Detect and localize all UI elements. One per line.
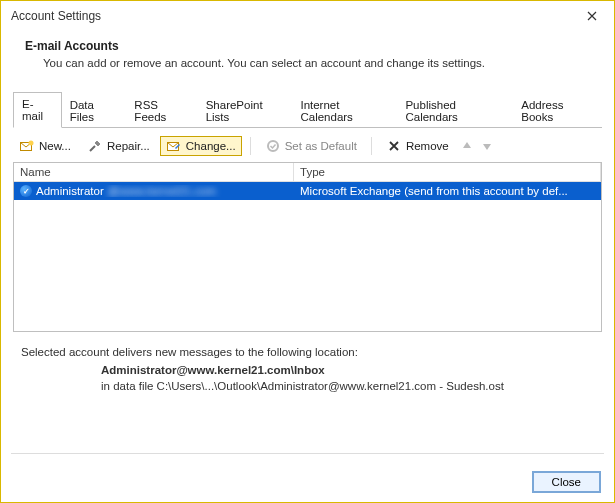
repair-label: Repair... bbox=[107, 140, 150, 152]
bottom-bar: Close bbox=[533, 472, 600, 492]
close-icon bbox=[587, 11, 597, 21]
account-name-redacted: @www.kernel21.com bbox=[108, 185, 216, 197]
window-close-button[interactable] bbox=[578, 5, 606, 27]
delivery-info: Selected account delivers new messages t… bbox=[21, 346, 594, 392]
account-name-visible: Administrator bbox=[36, 185, 104, 197]
header-heading: E-mail Accounts bbox=[25, 39, 590, 53]
set-default-icon bbox=[265, 138, 281, 154]
table-row[interactable]: ✓ Administrator@www.kernel21.com Microso… bbox=[14, 182, 601, 200]
move-up-button[interactable] bbox=[459, 138, 475, 154]
svg-point-3 bbox=[268, 141, 278, 151]
tab-data-files[interactable]: Data Files bbox=[62, 94, 127, 128]
tab-sharepoint-lists[interactable]: SharePoint Lists bbox=[198, 94, 293, 128]
tab-rss-feeds[interactable]: RSS Feeds bbox=[126, 94, 197, 128]
remove-button[interactable]: Remove bbox=[380, 136, 455, 156]
tabstrip: E-mail Data Files RSS Feeds SharePoint L… bbox=[13, 91, 602, 128]
cell-type: Microsoft Exchange (send from this accou… bbox=[294, 185, 601, 197]
new-button[interactable]: New... bbox=[13, 136, 77, 156]
new-icon bbox=[19, 138, 35, 154]
repair-icon bbox=[87, 138, 103, 154]
horizontal-rule bbox=[11, 453, 604, 454]
remove-label: Remove bbox=[406, 140, 449, 152]
header: E-mail Accounts You can add or remove an… bbox=[1, 31, 614, 83]
separator bbox=[371, 137, 372, 155]
tab-published-calendars[interactable]: Published Calendars bbox=[397, 94, 513, 128]
delivery-info-location: Administrator@www.kernel21.com\Inbox bbox=[101, 364, 594, 376]
repair-button[interactable]: Repair... bbox=[81, 136, 156, 156]
tab-internet-calendars[interactable]: Internet Calendars bbox=[292, 94, 397, 128]
cell-name: ✓ Administrator@www.kernel21.com bbox=[14, 185, 294, 197]
table-header: Name Type bbox=[14, 163, 601, 182]
arrow-up-icon bbox=[462, 141, 472, 151]
change-button[interactable]: Change... bbox=[160, 136, 242, 156]
accounts-table: Name Type ✓ Administrator@www.kernel21.c… bbox=[13, 162, 602, 332]
titlebar: Account Settings bbox=[1, 1, 614, 31]
col-header-type[interactable]: Type bbox=[294, 163, 601, 181]
set-default-button[interactable]: Set as Default bbox=[259, 136, 363, 156]
change-icon bbox=[166, 138, 182, 154]
default-account-icon: ✓ bbox=[20, 185, 32, 197]
tab-email[interactable]: E-mail bbox=[13, 92, 62, 128]
new-label: New... bbox=[39, 140, 71, 152]
arrow-down-icon bbox=[482, 141, 492, 151]
col-header-name[interactable]: Name bbox=[14, 163, 294, 181]
separator bbox=[250, 137, 251, 155]
set-default-label: Set as Default bbox=[285, 140, 357, 152]
change-label: Change... bbox=[186, 140, 236, 152]
remove-icon bbox=[386, 138, 402, 154]
svg-point-1 bbox=[29, 141, 34, 146]
delivery-info-text: Selected account delivers new messages t… bbox=[21, 346, 594, 358]
toolbar: New... Repair... Change... Set as Defaul… bbox=[13, 136, 602, 156]
delivery-info-path: in data file C:\Users\...\Outlook\Admini… bbox=[101, 380, 594, 392]
tab-address-books[interactable]: Address Books bbox=[513, 94, 602, 128]
header-subtext: You can add or remove an account. You ca… bbox=[25, 57, 590, 69]
move-down-button[interactable] bbox=[479, 138, 495, 154]
close-button[interactable]: Close bbox=[533, 472, 600, 492]
window-title: Account Settings bbox=[11, 9, 578, 23]
